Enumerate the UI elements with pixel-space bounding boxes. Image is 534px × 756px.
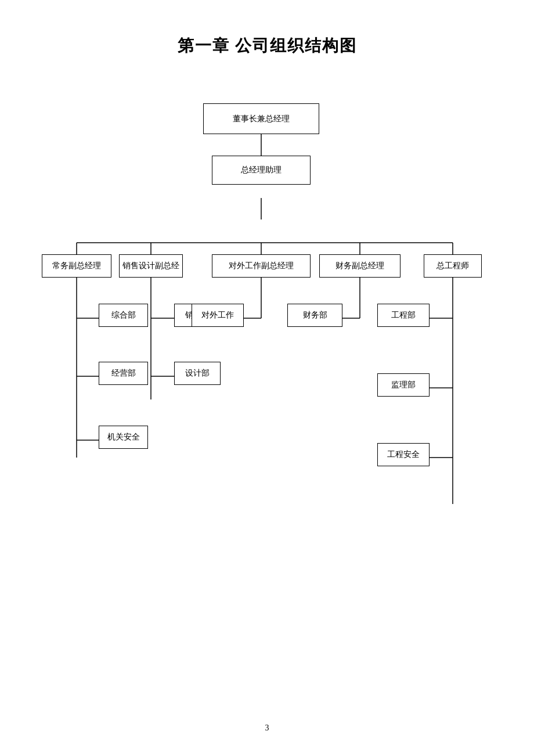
sales-vp-box: 销售设计副总经: [119, 254, 183, 278]
general-box: 综合部: [99, 304, 148, 327]
finance-box: 财务部: [287, 304, 342, 327]
engineering-box: 工程部: [377, 304, 430, 327]
finance-vp-box: 财务副总经理: [319, 254, 400, 278]
assistant-box: 总经理助理: [212, 156, 311, 185]
chief-eng-box: 总工程师: [424, 254, 482, 278]
security-box: 机关安全: [99, 426, 148, 449]
board-box: 董事长兼总经理: [203, 103, 319, 134]
page-number: 3: [0, 723, 534, 733]
exec-vp-box: 常务副总经理: [42, 254, 111, 278]
design-box: 设计部: [174, 362, 221, 385]
foreign-box: 对外工作: [192, 304, 244, 327]
foreign-vp-box: 对外工作副总经理: [212, 254, 311, 278]
chapter-title: 第一章 公司组织结构图: [35, 35, 499, 57]
ops-box: 经营部: [99, 362, 148, 385]
page: 第一章 公司组织结构图: [0, 0, 534, 756]
org-chart: 董事长兼总经理 总经理助理 常务副总经理 销售设计副总经 对外工作副总经理 财务…: [35, 92, 499, 614]
eng-safety-box: 工程安全: [377, 443, 430, 466]
supervision-box: 监理部: [377, 373, 430, 397]
